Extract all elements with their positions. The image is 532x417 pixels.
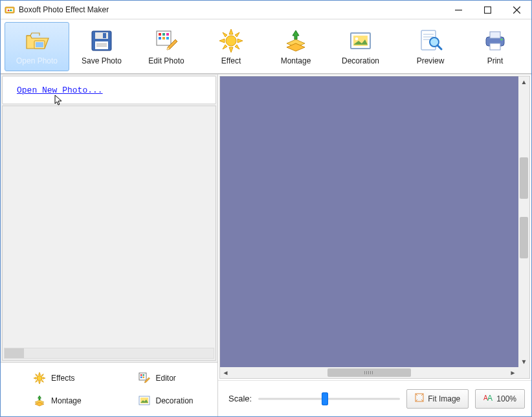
vscroll-thumb[interactable] (520, 157, 528, 199)
svg-text:A: A (487, 394, 493, 402)
title-bar: Boxoft Photo Effect Maker (1, 1, 531, 19)
slider-thumb[interactable] (322, 392, 328, 405)
edit-photo-button[interactable]: Edit Photo (134, 22, 199, 71)
fit-image-button[interactable]: Fit Image (406, 389, 469, 409)
task-montage-label: Montage (51, 396, 82, 405)
canvas-area[interactable] (220, 76, 518, 367)
svg-rect-10 (95, 41, 108, 49)
task-decoration-label: Decoration (156, 396, 194, 405)
svg-point-20 (226, 36, 236, 46)
scroll-corner (518, 367, 529, 378)
task-effects-label: Effects (51, 374, 74, 383)
zoom-button[interactable]: AA 100% (475, 389, 525, 409)
task-decoration[interactable]: Decoration (112, 392, 212, 411)
slider-track (258, 398, 400, 400)
montage-label: Montage (281, 56, 311, 65)
photo-list-area (2, 106, 216, 361)
window-buttons (444, 1, 531, 19)
svg-rect-15 (162, 33, 165, 36)
edit-icon (153, 28, 179, 54)
layers-small-icon (33, 394, 46, 407)
effect-button[interactable]: Effect (199, 22, 263, 71)
printer-icon (482, 28, 508, 54)
svg-rect-17 (159, 37, 161, 39)
svg-rect-36 (142, 374, 144, 376)
open-photo-label: Open Photo (16, 56, 58, 65)
side-hscrollbar[interactable] (4, 348, 214, 359)
task-panel: Effects Editor Montage Decoration (1, 362, 217, 416)
print-label: Print (487, 56, 504, 65)
print-button[interactable]: Print (463, 22, 527, 71)
svg-point-33 (37, 376, 42, 381)
task-effects[interactable]: Effects (7, 369, 107, 387)
svg-rect-30 (490, 32, 500, 38)
svg-rect-16 (166, 33, 169, 36)
zoom-label: 100% (496, 394, 516, 403)
open-new-photo-link[interactable]: Open New Photo... (17, 85, 103, 95)
svg-point-2 (8, 10, 10, 12)
task-editor-label: Editor (156, 374, 176, 383)
sun-small-icon (33, 372, 46, 385)
svg-rect-14 (159, 33, 161, 36)
svg-rect-19 (166, 37, 169, 39)
edit-small-icon (138, 372, 151, 385)
svg-point-23 (355, 37, 359, 40)
decoration-label: Decoration (342, 56, 379, 65)
task-editor[interactable]: Editor (112, 369, 212, 387)
vscroll-thumb[interactable] (520, 217, 528, 258)
app-window: Boxoft Photo Effect Maker Open Photo Sav… (0, 0, 532, 417)
vertical-scrollbar[interactable]: ▲ ▼ (518, 76, 529, 367)
side-panel: Open New Photo... Effects (1, 74, 218, 416)
fit-image-label: Fit Image (428, 394, 460, 403)
preview-icon (417, 28, 443, 54)
edit-photo-label: Edit Photo (148, 56, 184, 65)
montage-button[interactable]: Montage (263, 22, 328, 71)
side-hscroll-thumb[interactable] (5, 348, 24, 358)
picture-small-icon (138, 394, 151, 407)
hscroll-thumb[interactable] (327, 368, 410, 377)
scale-label: Scale: (228, 394, 252, 403)
svg-rect-38 (142, 376, 144, 378)
maximize-button[interactable] (473, 1, 502, 19)
layers-down-icon (283, 28, 309, 54)
open-photo-button[interactable]: Open Photo (5, 22, 69, 71)
close-button[interactable] (502, 1, 531, 19)
svg-rect-18 (162, 37, 165, 39)
scroll-up-icon[interactable]: ▲ (518, 76, 529, 87)
zoom-letter-icon: AA (483, 393, 493, 404)
svg-rect-35 (140, 374, 142, 376)
decoration-button[interactable]: Decoration (328, 22, 393, 71)
open-photo-box: Open New Photo... (2, 76, 216, 104)
scroll-down-icon[interactable]: ▼ (518, 356, 529, 367)
effect-label: Effect (221, 56, 241, 65)
svg-rect-4 (485, 6, 491, 13)
scroll-left-icon[interactable]: ◄ (220, 367, 231, 378)
main-toolbar: Open Photo Save Photo Edit Photo Effect (1, 19, 531, 74)
svg-rect-3 (455, 10, 462, 10)
save-icon (89, 28, 115, 54)
horizontal-scrollbar[interactable]: ◄ ► (220, 367, 518, 378)
svg-rect-31 (490, 43, 500, 50)
window-title: Boxoft Photo Effect Maker (19, 5, 444, 14)
save-photo-label: Save Photo (82, 56, 122, 65)
canvas-wrap: ▲ ▼ ◄ ► (219, 76, 530, 379)
fit-icon (415, 393, 424, 404)
svg-rect-37 (140, 376, 142, 378)
task-montage[interactable]: Montage (7, 392, 107, 411)
folder-open-icon (24, 28, 50, 54)
svg-point-32 (501, 38, 503, 40)
body: Open New Photo... Effects (1, 74, 531, 416)
scroll-right-icon[interactable]: ► (507, 367, 518, 378)
sun-icon (218, 28, 244, 54)
preview-button[interactable]: Preview (398, 22, 463, 71)
canvas-panel: ▲ ▼ ◄ ► Scale: (218, 74, 531, 416)
app-icon (5, 5, 15, 15)
scale-slider[interactable] (258, 392, 400, 406)
svg-rect-9 (103, 33, 106, 38)
svg-rect-6 (36, 42, 43, 47)
svg-rect-1 (6, 8, 13, 12)
save-photo-button[interactable]: Save Photo (69, 22, 134, 71)
bottom-bar: Scale: Fit Image AA 100% (218, 380, 531, 416)
preview-label: Preview (417, 56, 445, 65)
minimize-button[interactable] (444, 1, 473, 19)
